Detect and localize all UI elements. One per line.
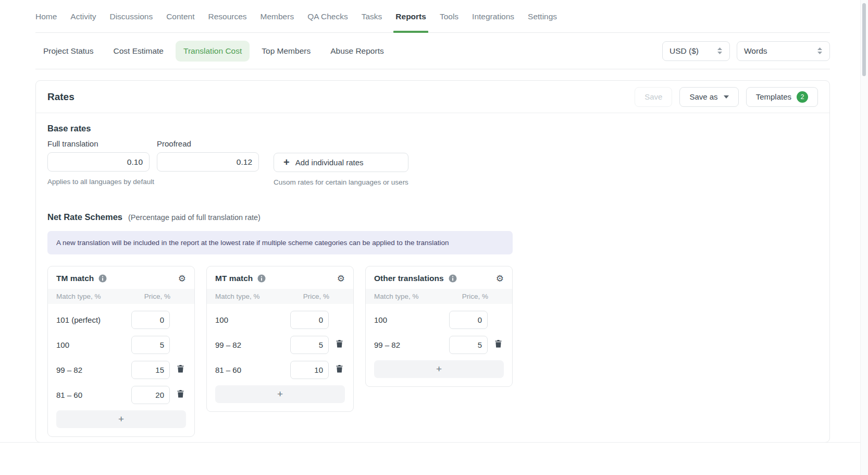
add-scheme-row-button[interactable]: + [56,410,186,428]
match-range-label: 99 – 82 [374,340,449,349]
report-tab-cost-estimate[interactable]: Cost Estimate [106,41,171,62]
full-translation-field: Full translation Applies to all language… [47,139,150,186]
report-tab-project-status[interactable]: Project Status [35,41,102,62]
price-input[interactable] [290,361,329,379]
scheme-row: 101 (perfect) [56,307,186,332]
chevron-down-icon [724,95,729,99]
save-button-label: Save [644,92,662,101]
scheme-rows: 100 99 – 82 81 – 60 [207,304,353,382]
report-tab-top-members[interactable]: Top Members [254,41,318,62]
rates-panel-header: Rates Save Save as Templates 2 [36,81,829,113]
full-translation-input[interactable] [47,152,150,172]
lowest-rate-info-banner: A new translation will be included in th… [47,231,513,254]
match-type-column-header: Match type, % [215,293,260,300]
scheme-row: 99 – 82 [56,357,186,382]
scheme-rows: 101 (perfect) 100 99 – 82 81 – 60 [48,304,194,407]
add-scheme-row-button[interactable]: + [374,360,504,378]
top-nav-item-reports[interactable]: Reports [395,0,426,32]
delete-row-button[interactable] [336,365,343,374]
report-tab-abuse-reports[interactable]: Abuse Reports [323,41,392,62]
templates-button-label: Templates [756,92,791,101]
add-individual-rates-label: Add individual rates [295,158,364,167]
plus-icon: + [283,156,290,168]
report-tab-translation-cost[interactable]: Translation Cost [176,41,250,62]
scheme-rows: 100 99 – 82 [366,304,512,357]
top-nav-item-resources[interactable]: Resources [208,0,246,32]
delete-row-button[interactable] [336,340,343,349]
report-units-select[interactable]: Words [737,41,830,61]
delete-row-button[interactable] [495,340,502,349]
scheme-title: MT match [215,274,253,283]
templates-button[interactable]: Templates 2 [746,87,818,107]
info-icon[interactable] [257,274,266,283]
delete-row-button[interactable] [177,390,184,399]
scheme-row: 100 [56,332,186,357]
scheme-cards: TM match ⚙ Match type, % Price, % 101 (p… [47,266,818,442]
scrollbar-thumb[interactable] [862,3,866,76]
price-input[interactable] [449,311,488,329]
base-rates-heading: Base rates [47,124,818,133]
save-button[interactable]: Save [635,87,672,107]
price-input[interactable] [449,336,488,354]
scheme-title: Other translations [374,274,444,283]
price-column-header: Price, % [303,293,329,300]
top-nav-item-members[interactable]: Members [261,0,294,32]
net-rate-schemes-heading: Net Rate Schemes [47,212,122,222]
top-nav-item-content[interactable]: Content [166,0,194,32]
base-rates-hint: Applies to all languages by default [47,178,150,186]
match-range-label: 81 – 60 [215,366,290,374]
add-scheme-row-button[interactable]: + [215,385,345,403]
price-input[interactable] [131,361,170,379]
info-icon[interactable] [449,274,457,283]
scheme-title: TM match [56,274,94,283]
match-range-label: 81 – 60 [56,391,131,399]
match-range-label: 100 [215,315,290,324]
info-icon[interactable] [98,274,107,283]
top-nav-item-integrations[interactable]: Integrations [472,0,514,32]
price-input[interactable] [131,336,170,354]
full-translation-label: Full translation [47,139,150,148]
price-input[interactable] [290,336,329,354]
individual-rates-hint: Cusom rates for certain languages or use… [274,178,408,186]
proofread-label: Proofread [157,139,259,148]
add-individual-rates-button[interactable]: + Add individual rates [274,153,408,172]
scheme-row: 81 – 60 [56,382,186,407]
save-as-button[interactable]: Save as [679,87,738,107]
top-nav-item-qa-checks[interactable]: QA Checks [307,0,348,32]
report-units-select-value: Words [744,46,767,56]
gear-icon[interactable]: ⚙ [178,274,186,283]
match-range-label: 99 – 82 [56,366,131,374]
delete-row-button[interactable] [177,365,184,374]
top-nav-item-tools[interactable]: Tools [440,0,458,32]
currency-select[interactable]: USD ($) [662,41,730,61]
top-nav-item-discussions[interactable]: Discussions [109,0,153,32]
price-input[interactable] [131,386,170,404]
price-input[interactable] [131,311,170,329]
top-nav-item-activity[interactable]: Activity [70,0,96,32]
price-column-header: Price, % [462,293,488,300]
match-range-label: 101 (perfect) [56,315,131,324]
trash-icon [177,390,184,399]
reports-sub-nav: Project StatusCost EstimateTranslation C… [35,33,830,69]
spacer [274,139,408,153]
match-type-column-header: Match type, % [56,293,101,300]
scheme-row: 100 [374,307,504,332]
top-nav-item-tasks[interactable]: Tasks [362,0,382,32]
rates-title: Rates [47,91,75,103]
top-nav-item-settings[interactable]: Settings [528,0,557,32]
bottom-divider [0,442,868,443]
templates-count-badge: 2 [797,91,808,103]
proofread-input[interactable] [157,152,259,172]
gear-icon[interactable]: ⚙ [337,274,345,283]
gear-icon[interactable]: ⚙ [496,274,504,283]
price-input[interactable] [290,311,329,329]
proofread-field: Proofread [157,139,259,172]
trash-icon [177,365,184,374]
top-nav-item-home[interactable]: Home [35,0,57,32]
trash-icon [495,340,502,349]
scheme-card-header: MT match ⚙ [207,266,353,289]
trash-icon [336,340,343,349]
save-as-button-label: Save as [689,92,717,101]
scheme-row: 99 – 82 [215,332,345,357]
scheme-card-header: TM match ⚙ [48,266,194,289]
